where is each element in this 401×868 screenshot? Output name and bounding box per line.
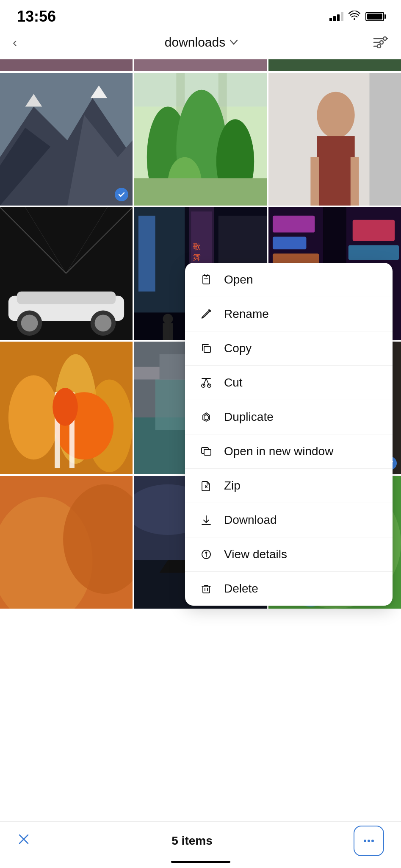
svg-rect-43 <box>138 216 155 292</box>
status-bar: 13:56 <box>0 0 401 30</box>
more-options-button[interactable] <box>354 826 384 856</box>
photo-blur-orange[interactable] <box>0 476 133 609</box>
rename-icon <box>199 306 214 322</box>
svg-point-129 <box>364 840 366 842</box>
delete-icon <box>199 581 214 596</box>
nav-header: ‹ downloads <box>0 30 401 59</box>
svg-point-0 <box>354 18 355 20</box>
svg-rect-26 <box>310 157 319 206</box>
svg-rect-118 <box>204 449 211 455</box>
svg-point-131 <box>371 840 374 842</box>
svg-point-130 <box>368 840 370 842</box>
svg-rect-124 <box>203 586 210 593</box>
chevron-down-icon <box>230 37 238 48</box>
duplicate-icon <box>199 409 214 425</box>
view-details-icon <box>199 547 214 562</box>
folder-name: downloads <box>165 35 225 50</box>
menu-label-open: Open <box>224 273 253 287</box>
svg-point-50 <box>163 314 173 324</box>
svg-point-5 <box>380 41 383 44</box>
menu-label-duplicate: Duplicate <box>224 410 274 424</box>
cut-icon <box>199 375 214 390</box>
menu-label-cut: Cut <box>224 376 243 389</box>
svg-marker-116 <box>204 415 208 420</box>
menu-label-delete: Delete <box>224 582 258 595</box>
menu-item-zip[interactable]: Zip <box>185 469 393 503</box>
svg-rect-109 <box>204 346 210 353</box>
menu-item-rename[interactable]: Rename <box>185 297 393 331</box>
items-count: 5 items <box>171 834 213 848</box>
menu-label-zip: Zip <box>224 479 241 492</box>
svg-rect-23 <box>369 73 401 206</box>
svg-point-4 <box>383 37 387 40</box>
menu-label-copy: Copy <box>224 342 252 355</box>
photo-clownfish[interactable] <box>0 342 133 474</box>
photo-mountains[interactable] <box>0 73 133 206</box>
svg-rect-59 <box>273 237 306 250</box>
menu-label-rename: Rename <box>224 307 269 321</box>
partial-photo-2[interactable] <box>134 59 267 71</box>
check-badge-mountains <box>115 188 128 201</box>
svg-text:舞: 舞 <box>193 253 201 262</box>
svg-point-6 <box>377 45 381 48</box>
menu-item-download[interactable]: Download <box>185 503 393 537</box>
photo-greenhouse[interactable] <box>134 73 267 206</box>
context-menu: OpenRenameCopyCutDuplicateOpen in new wi… <box>185 263 393 606</box>
partial-photo-1[interactable] <box>0 59 133 71</box>
svg-rect-58 <box>273 216 315 233</box>
svg-rect-60 <box>353 220 395 241</box>
svg-text:歌: 歌 <box>193 242 201 251</box>
menu-label-download: Download <box>224 513 277 527</box>
svg-point-36 <box>21 314 38 331</box>
battery-icon <box>365 12 384 21</box>
menu-item-open[interactable]: Open <box>185 263 393 297</box>
svg-rect-25 <box>317 136 354 206</box>
svg-rect-61 <box>348 245 399 260</box>
menu-label-view-details: View details <box>224 548 287 561</box>
photo-model[interactable] <box>268 73 401 206</box>
menu-item-duplicate[interactable]: Duplicate <box>185 400 393 434</box>
folder-title-button[interactable]: downloads <box>165 35 238 50</box>
svg-point-122 <box>206 552 207 554</box>
open-icon <box>199 272 214 287</box>
menu-item-view-details[interactable]: View details <box>185 537 393 572</box>
menu-item-cut[interactable]: Cut <box>185 366 393 400</box>
svg-rect-89 <box>0 476 133 609</box>
menu-label-open-new-window: Open in new window <box>224 445 333 458</box>
download-icon <box>199 512 214 528</box>
home-indicator <box>171 861 230 863</box>
status-icons <box>329 11 384 22</box>
signal-icon <box>329 12 343 21</box>
zip-icon <box>199 478 214 493</box>
open-new-window-icon <box>199 444 214 459</box>
wifi-icon <box>348 11 360 22</box>
status-time: 13:56 <box>17 8 56 25</box>
close-button[interactable] <box>17 832 30 849</box>
svg-point-75 <box>53 388 78 426</box>
menu-item-open-new-window[interactable]: Open in new window <box>185 434 393 469</box>
photo-car[interactable] <box>0 207 133 340</box>
copy-icon <box>199 341 214 356</box>
svg-rect-51 <box>163 323 173 340</box>
svg-point-69 <box>8 375 59 459</box>
menu-item-delete[interactable]: Delete <box>185 572 393 606</box>
svg-point-24 <box>317 92 354 138</box>
svg-rect-21 <box>134 178 267 206</box>
svg-point-38 <box>95 314 112 331</box>
filter-button[interactable] <box>373 36 388 48</box>
partial-photo-3[interactable] <box>268 59 401 71</box>
svg-rect-27 <box>351 157 359 206</box>
svg-rect-34 <box>17 292 116 304</box>
menu-item-copy[interactable]: Copy <box>185 331 393 366</box>
back-button[interactable]: ‹ <box>13 35 30 50</box>
